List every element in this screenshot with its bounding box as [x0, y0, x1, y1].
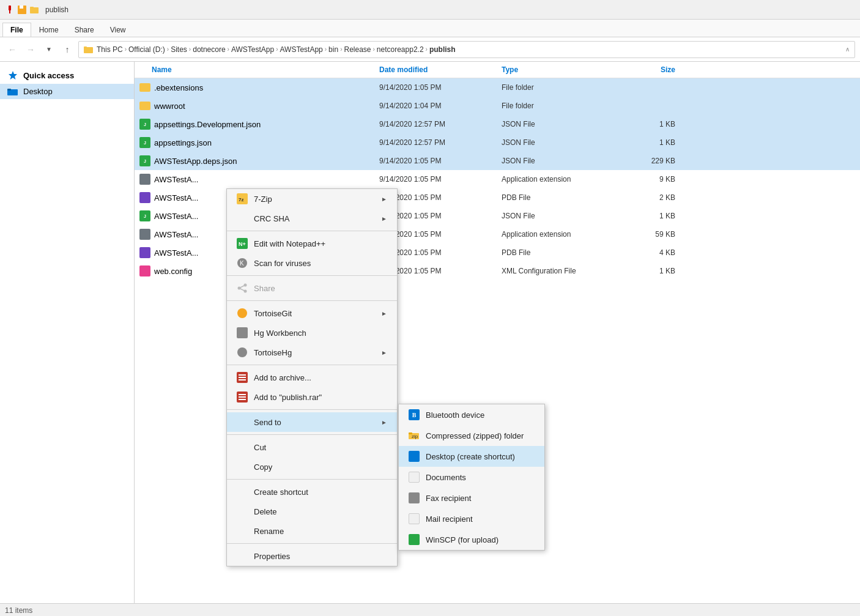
forward-button[interactable]: → — [23, 42, 38, 57]
ribbon: File Home Share View — [0, 20, 860, 37]
copy-icon — [237, 461, 248, 472]
tab-share[interactable]: Share — [67, 23, 102, 37]
ctx-item-addarchive[interactable]: Add to archive... — [227, 368, 397, 387]
up-button[interactable]: ↑ — [60, 42, 75, 57]
ctx-item-tortoisehg[interactable]: TortoiseHg ► — [227, 343, 397, 362]
ctx-item-notepad[interactable]: N+ Edit with Notepad++ — [227, 234, 397, 253]
title-bar-icons — [5, 5, 39, 15]
sendto-zipped[interactable]: zip Compressed (zipped) folder — [399, 425, 544, 446]
ctx-item-sendto[interactable]: Send to ► — [227, 412, 397, 432]
fax-icon — [409, 492, 420, 503]
chevron-right-icon: ► — [381, 196, 387, 202]
sendto-winscp[interactable]: WinSCP (for upload) — [399, 529, 544, 550]
address-path[interactable]: This PC › Official (D:) › Sites › dotnec… — [78, 41, 855, 58]
column-name[interactable]: Name — [135, 65, 379, 74]
share-icon — [237, 283, 248, 294]
svg-rect-31 — [239, 396, 246, 398]
chevron-right-icon: ► — [381, 215, 387, 222]
svg-rect-26 — [239, 374, 246, 376]
column-date[interactable]: Date modified — [379, 65, 502, 74]
svg-line-21 — [239, 288, 245, 291]
notepad-icon: N+ — [237, 238, 248, 249]
save-icon — [17, 5, 27, 15]
archive-icon2 — [237, 391, 248, 403]
tab-home[interactable]: Home — [31, 23, 67, 37]
sidebar-quickaccess-label: Quick access — [23, 71, 74, 80]
sendto-submenu: B Bluetooth device zip Compressed (zippe… — [398, 404, 545, 551]
ctx-item-scan[interactable]: K Scan for viruses — [227, 253, 397, 273]
ctx-item-createshortcut[interactable]: Create shortcut — [227, 482, 397, 502]
documents-icon — [409, 472, 420, 483]
table-row[interactable]: .ebextensions9/14/2020 1:05 PMFile folde… — [135, 78, 860, 97]
svg-text:K: K — [240, 260, 244, 267]
svg-rect-7 — [84, 46, 87, 48]
ctx-item-copy[interactable]: Copy — [227, 457, 397, 477]
tortoisehg-icon — [237, 347, 248, 358]
tab-view[interactable]: View — [102, 23, 134, 37]
table-row[interactable]: Jappsettings.json9/14/2020 12:57 PMJSON … — [135, 133, 860, 152]
bluetooth-icon: B — [409, 409, 420, 420]
ctx-item-7zip[interactable]: 7z 7-Zip ► — [227, 189, 397, 209]
sidebar: Quick access Desktop — [0, 62, 135, 603]
sendto-icon — [237, 417, 248, 428]
ctx-item-delete[interactable]: Delete — [227, 502, 397, 521]
context-menu: 7z 7-Zip ► CRC SHA ► N+ Edit with Notepa… — [226, 188, 398, 566]
divider — [227, 434, 397, 435]
divider — [227, 231, 397, 231]
title-bar: publish — [0, 0, 860, 20]
rename-icon — [237, 525, 248, 536]
tab-file[interactable]: File — [2, 23, 31, 37]
folder-icon — [29, 5, 39, 15]
sidebar-item-quickaccess[interactable]: Quick access — [0, 67, 134, 84]
ctx-item-tortoisegit[interactable]: TortoiseGit ► — [227, 303, 397, 323]
tortoisegit-icon — [237, 308, 248, 319]
desktop-folder-icon — [7, 87, 18, 96]
table-row[interactable]: AWSTestA...9/14/2020 1:05 PMApplication … — [135, 170, 860, 188]
crcsha-icon — [237, 213, 248, 224]
svg-rect-1 — [9, 10, 10, 13]
svg-rect-5 — [30, 7, 34, 9]
status-bar: 11 items — [0, 603, 860, 616]
back-button[interactable]: ← — [5, 42, 20, 57]
chevron-right-icon: ► — [381, 310, 387, 317]
sendto-mail[interactable]: Mail recipient — [399, 508, 544, 529]
ctx-item-properties[interactable]: Properties — [227, 546, 397, 566]
zip-app-icon: 7z — [237, 193, 248, 204]
delete-icon — [237, 506, 248, 517]
sidebar-item-desktop[interactable]: Desktop — [0, 84, 134, 99]
ctx-item-cut[interactable]: Cut — [227, 437, 397, 457]
table-row[interactable]: wwwroot9/14/2020 1:04 PMFile folder — [135, 97, 860, 115]
sendto-documents[interactable]: Documents — [399, 467, 544, 488]
svg-rect-0 — [9, 6, 11, 10]
column-type[interactable]: Type — [502, 65, 624, 74]
file-list-header: Name Date modified Type Size — [135, 62, 860, 78]
shortcut-icon — [237, 486, 248, 497]
svg-marker-8 — [9, 71, 17, 80]
sendto-bluetooth[interactable]: B Bluetooth device — [399, 404, 544, 425]
column-size[interactable]: Size — [624, 65, 685, 74]
svg-line-20 — [239, 285, 245, 288]
hg-icon — [237, 327, 248, 338]
sidebar-desktop-label: Desktop — [23, 87, 53, 96]
star-icon — [7, 70, 18, 81]
pin-icon — [5, 5, 15, 15]
table-row[interactable]: Jappsettings.Development.json9/14/2020 1… — [135, 115, 860, 133]
ctx-item-rename[interactable]: Rename — [227, 521, 397, 541]
svg-text:zip: zip — [412, 434, 418, 439]
svg-point-24 — [237, 347, 247, 357]
winscp-icon — [409, 534, 420, 545]
svg-rect-28 — [239, 379, 246, 380]
desktop-shortcut-icon — [409, 451, 420, 462]
sendto-desktop[interactable]: Desktop (create shortcut) — [399, 446, 544, 467]
status-text: 11 items — [5, 606, 32, 615]
ctx-item-addpublishrar[interactable]: Add to "publish.rar" — [227, 387, 397, 407]
table-row[interactable]: JAWSTestApp.deps.json9/14/2020 1:05 PMJS… — [135, 152, 860, 170]
recent-locations-button[interactable]: ▼ — [42, 42, 56, 57]
ctx-item-crcsha[interactable]: CRC SHA ► — [227, 209, 397, 228]
archive-icon — [237, 372, 248, 383]
ctx-item-hgworkbench[interactable]: Hg Workbench — [227, 323, 397, 343]
sendto-fax[interactable]: Fax recipient — [399, 488, 544, 508]
path-folder-icon — [84, 45, 94, 54]
svg-rect-23 — [237, 327, 248, 338]
ctx-item-share[interactable]: Share — [227, 278, 397, 298]
